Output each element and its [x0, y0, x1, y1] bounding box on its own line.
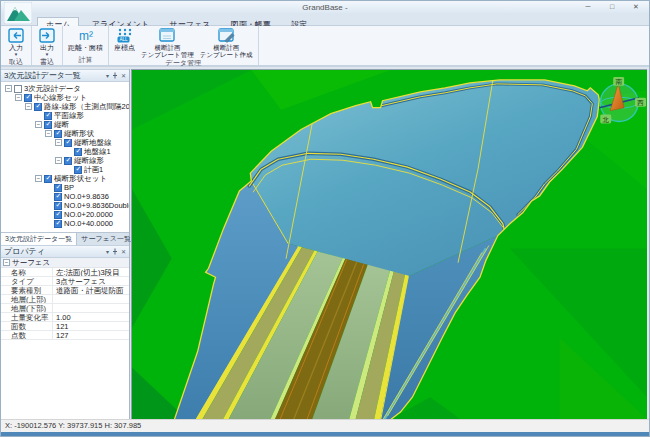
- compass-west-label: 西: [636, 99, 644, 107]
- ribbon-group-data: ALL 座標点 横断計画 テンプレート管理: [109, 26, 259, 65]
- property-panel-title: プロパティ: [4, 246, 45, 257]
- property-row[interactable]: 地層(上部): [1, 295, 129, 304]
- expander-icon[interactable]: −: [15, 94, 22, 101]
- coordinate-points-icon: ALL: [115, 27, 135, 44]
- tree-item[interactable]: NO.0+9.8636: [3, 192, 129, 201]
- tree-item[interactable]: NO.0+9.8636Double: [3, 201, 129, 210]
- property-row[interactable]: 点数127: [1, 331, 129, 340]
- property-category-row[interactable]: − サーフェス: [1, 258, 129, 268]
- template-manage-button[interactable]: 横断計画 テンプレート管理: [138, 27, 197, 58]
- expander-icon[interactable]: −: [5, 85, 12, 92]
- tree-pin-icon[interactable]: [112, 72, 118, 79]
- input-button[interactable]: 入力 ▼: [3, 27, 29, 57]
- checkbox-checked[interactable]: [54, 202, 62, 210]
- property-row[interactable]: 地層(下部): [1, 304, 129, 313]
- property-row[interactable]: タイプ3点サーフェス: [1, 277, 129, 286]
- property-pin-icon[interactable]: [112, 248, 118, 255]
- checkbox-checked[interactable]: [24, 94, 32, 102]
- svg-text:m²: m²: [79, 29, 93, 43]
- app-logo-icon[interactable]: [4, 2, 32, 24]
- tree-close-icon[interactable]: ✕: [121, 73, 126, 79]
- property-row[interactable]: 土量変化率1.00: [1, 313, 129, 322]
- distance-area-label: 距離・面積: [68, 44, 103, 52]
- compass-south-label: 南: [615, 78, 622, 85]
- checkbox-checked[interactable]: [54, 184, 62, 192]
- sidebar-bottom-tabs: 3次元設計データ一覧 サーフェス一覧: [1, 232, 129, 245]
- coordinate-points-label: 座標点: [114, 44, 135, 52]
- close-button[interactable]: ✕: [624, 1, 648, 13]
- input-label: 入力: [9, 44, 23, 52]
- design-data-tree: −3次元設計データ −中心線形セット −路線-線形（主測点間隔20m 平面線形 …: [1, 82, 129, 232]
- group-label-export: 書込: [32, 57, 62, 67]
- output-button[interactable]: 出力 ▼: [34, 27, 60, 57]
- coordinate-points-button[interactable]: ALL 座標点: [111, 27, 138, 52]
- tree-panel-title: 3次元設計データ一覧: [4, 70, 81, 81]
- tree-item[interactable]: BP: [3, 183, 129, 192]
- template-manage-label1: 横断計画: [154, 44, 180, 51]
- tab-design-data-list[interactable]: 3次元設計データ一覧: [1, 233, 77, 245]
- svg-text:ALL: ALL: [119, 37, 128, 42]
- property-panel-header: プロパティ ▾ ✕: [1, 245, 129, 258]
- app-window: GrandBase - ─ □ ✕ ホーム アラインメント サーフェス 図面・帳…: [0, 0, 650, 437]
- expander-icon[interactable]: −: [55, 157, 62, 164]
- checkbox-checked[interactable]: [44, 112, 52, 120]
- ribbon-group-import: 入力 ▼ 取込: [1, 26, 32, 65]
- export-icon: [37, 27, 57, 44]
- expander-icon[interactable]: −: [55, 139, 62, 146]
- group-label-data: データ管理: [109, 58, 258, 68]
- 3d-viewport[interactable]: 南 西 北: [131, 69, 647, 419]
- property-row[interactable]: 名称左:法面(切土)3段目: [1, 268, 129, 277]
- distance-area-button[interactable]: m² 距離・面積: [65, 27, 106, 52]
- property-close-icon[interactable]: ✕: [121, 249, 126, 255]
- expander-icon[interactable]: −: [35, 121, 42, 128]
- window-bottom-border: [1, 432, 649, 436]
- checkbox-checked[interactable]: [54, 220, 62, 228]
- checkbox-checked[interactable]: [54, 193, 62, 201]
- property-row[interactable]: 面数121: [1, 322, 129, 331]
- title-bar: GrandBase - ─ □ ✕: [1, 1, 649, 13]
- cursor-coordinates: X: -190012.576 Y: 39737.915 H: 307.985: [5, 421, 141, 430]
- expander-icon[interactable]: −: [3, 259, 10, 266]
- checkbox-checked[interactable]: [54, 211, 62, 219]
- checkbox-checked[interactable]: [54, 130, 62, 138]
- tree-panel-header: 3次元設計データ一覧 ▾ ✕: [1, 69, 129, 82]
- left-sidebar: 3次元設計データ一覧 ▾ ✕ −3次元設計データ −中心線形セット −路線-線形…: [1, 69, 130, 419]
- checkbox-checked[interactable]: [64, 139, 72, 147]
- checkbox-checked[interactable]: [34, 103, 42, 111]
- maximize-button[interactable]: □: [600, 1, 624, 13]
- tree-item[interactable]: 地盤線1: [3, 147, 129, 156]
- 3d-viewport-canvas[interactable]: 南 西 北: [132, 70, 647, 419]
- property-panel-empty-area: [1, 340, 129, 419]
- checkbox-checked[interactable]: [44, 175, 52, 183]
- checkbox-checked[interactable]: [74, 166, 82, 174]
- tab-surface-list[interactable]: サーフェス一覧: [77, 233, 135, 245]
- minimize-button[interactable]: ─: [576, 1, 600, 13]
- checkbox-checked[interactable]: [44, 121, 52, 129]
- expander-icon[interactable]: −: [45, 130, 52, 137]
- template-create-label1: 横断計画: [213, 44, 239, 51]
- template-manage-icon: [157, 27, 177, 44]
- checkbox-checked[interactable]: [74, 148, 82, 156]
- checkbox-checked[interactable]: [64, 157, 72, 165]
- tree-item[interactable]: NO.0+40.0000: [3, 219, 129, 228]
- property-row[interactable]: 要素種別道路面・計画堤防面: [1, 286, 129, 295]
- expander-icon[interactable]: −: [25, 103, 32, 110]
- tree-item[interactable]: −縦断線形: [3, 156, 129, 165]
- template-create-button[interactable]: 横断計画 テンプレート作成: [197, 27, 256, 58]
- tree-menu-icon[interactable]: ▾: [106, 73, 109, 79]
- ribbon-group-calc: m² 距離・面積 計算: [63, 26, 109, 65]
- area-icon: m²: [76, 27, 96, 44]
- tree-item[interactable]: −横断形状セット: [3, 174, 129, 183]
- output-label: 出力: [40, 44, 54, 52]
- template-create-icon: [216, 27, 236, 44]
- checkbox-unchecked[interactable]: [14, 85, 22, 93]
- ribbon-tab-strip: ホーム アラインメント サーフェス 図面・帳票 設定: [1, 13, 649, 26]
- tree-item[interactable]: NO.0+20.0000: [3, 210, 129, 219]
- ribbon: 入力 ▼ 取込 出力 ▼ 書込: [1, 26, 649, 67]
- compass-north-label: 北: [603, 116, 610, 124]
- template-create-label2: テンプレート作成: [200, 51, 253, 58]
- window-title: GrandBase -: [1, 3, 649, 12]
- import-icon: [6, 27, 26, 44]
- expander-icon[interactable]: −: [35, 175, 42, 182]
- property-menu-icon[interactable]: ▾: [106, 249, 109, 255]
